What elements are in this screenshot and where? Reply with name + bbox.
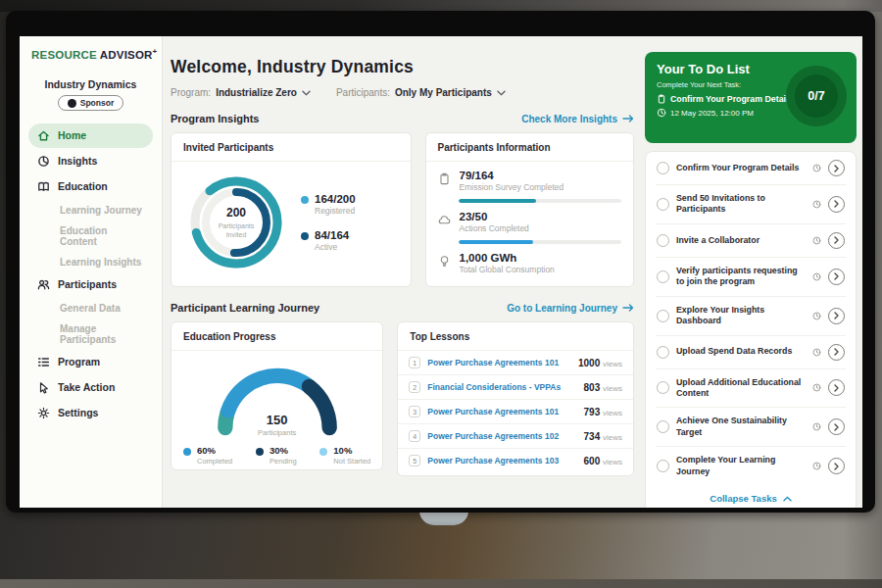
- task-checkbox[interactable]: [657, 381, 669, 394]
- sidebar-item-participants[interactable]: Participants: [28, 272, 153, 297]
- legend-completed: 60% Completed: [183, 445, 232, 466]
- chevron-right-button[interactable]: [828, 269, 845, 285]
- legend-label: Pending: [270, 457, 297, 466]
- clock-info-icon: [812, 312, 821, 320]
- sidebar-item-program[interactable]: Program: [28, 350, 153, 374]
- list-icon: [37, 356, 50, 368]
- task-checkbox[interactable]: [657, 310, 669, 322]
- lesson-link[interactable]: Power Purchase Agreements 101: [427, 358, 571, 368]
- collapse-tasks-link[interactable]: Collapse Tasks: [656, 485, 846, 508]
- chevron-right-icon: [834, 200, 839, 208]
- program-value: Industrialize Zero: [216, 87, 297, 98]
- lesson-views-label: views: [603, 458, 622, 466]
- sidebar-item-home[interactable]: Home: [28, 123, 153, 148]
- invited-participants-card: Invited Participants 200 Participants In…: [171, 132, 412, 287]
- dashboard-screen: RESOURCE ADVISOR+ Industry Dynamics Spon…: [20, 36, 862, 508]
- chevron-right-button[interactable]: [828, 344, 845, 361]
- legend-value: 84/164: [315, 229, 349, 241]
- clock-info-icon: [812, 383, 821, 392]
- legend-label: Registered: [315, 206, 356, 216]
- todo-due-date: 12 May 2025, 12:00 PM: [670, 109, 754, 118]
- page-title: Welcome, Industry Dynamics: [171, 57, 634, 77]
- chevron-down-icon: [302, 90, 311, 96]
- lesson-views-count: 793: [584, 407, 601, 417]
- todo-hero-card: Your To Do List Complete Your Next Task:…: [645, 52, 857, 143]
- chevron-right-button[interactable]: [828, 379, 845, 396]
- sidebar-item-manage-participants[interactable]: Manage Participants: [28, 318, 153, 350]
- legend-value: 10%: [333, 445, 370, 456]
- task-row: Upload Spend Data Records: [656, 336, 846, 369]
- participants-dropdown[interactable]: Participants: Only My Participants: [336, 87, 506, 98]
- organization-name: Industry Dynamics: [20, 70, 162, 94]
- task-label: Verify participants requesting to join t…: [676, 266, 806, 288]
- lesson-row[interactable]: 1 Power Purchase Agreements 101 1000 vie…: [398, 351, 633, 375]
- chevron-right-button[interactable]: [828, 232, 845, 249]
- chevron-down-icon: [497, 90, 506, 96]
- lesson-row[interactable]: 4 Power Purchase Agreements 102 734 view…: [398, 424, 633, 449]
- survey-icon: [438, 172, 451, 185]
- program-dropdown[interactable]: Program: Industrialize Zero: [171, 87, 311, 98]
- monitor-bezel: RESOURCE ADVISOR+ Industry Dynamics Spon…: [6, 11, 875, 513]
- sidebar-item-take-action[interactable]: Take Action: [28, 375, 153, 400]
- lesson-rank: 4: [409, 430, 420, 442]
- go-to-learning-journey-link[interactable]: Go to Learning Journey: [507, 303, 634, 314]
- task-label: Invite a Collaborator: [676, 235, 806, 246]
- todo-progress-value: 0/7: [808, 89, 824, 103]
- clock-info-icon: [812, 164, 821, 172]
- task-checkbox[interactable]: [657, 162, 669, 174]
- task-checkbox[interactable]: [657, 234, 669, 247]
- lesson-rank: 5: [409, 455, 420, 466]
- chevron-right-button[interactable]: [828, 458, 845, 474]
- chevron-right-button[interactable]: [828, 308, 845, 324]
- top-lessons-card: Top Lessons 1 Power Purchase Agreements …: [397, 321, 634, 476]
- task-row: Confirm Your Program Details: [656, 152, 846, 185]
- lesson-views-count: 1000: [578, 358, 600, 368]
- sidebar-item-settings[interactable]: Settings: [28, 401, 153, 425]
- chevron-right-icon: [834, 384, 839, 392]
- sidebar-item-general-data[interactable]: General Data: [28, 298, 153, 318]
- card-title: Education Progress: [172, 322, 382, 351]
- actions-label: Actions Completed: [460, 223, 529, 233]
- sidebar-item-learning-insights[interactable]: Learning Insights: [28, 252, 153, 272]
- lesson-views-label: views: [603, 409, 622, 417]
- task-checkbox[interactable]: [657, 198, 669, 211]
- task-row: Send 50 Invitations to Participants: [656, 185, 846, 224]
- lesson-link[interactable]: Power Purchase Agreements 102: [427, 431, 576, 441]
- actions-icon: [438, 214, 451, 226]
- task-checkbox[interactable]: [657, 420, 669, 433]
- sidebar-item-education[interactable]: Education: [28, 174, 153, 199]
- chevron-right-icon: [834, 312, 839, 319]
- invited-total-label: Participants Invited: [219, 221, 255, 239]
- filter-bar: Program: Industrialize Zero Participants…: [171, 87, 634, 98]
- arrow-right-icon: [622, 115, 634, 122]
- gauge-value: 150: [204, 413, 351, 427]
- home-icon: [37, 129, 50, 142]
- task-checkbox[interactable]: [657, 346, 669, 359]
- task-checkbox[interactable]: [657, 270, 669, 283]
- lightbulb-icon: [438, 255, 451, 268]
- sidebar-item-education-content[interactable]: Education Content: [28, 220, 153, 252]
- lesson-row[interactable]: 3 Power Purchase Agreements 101 793 view…: [398, 400, 633, 424]
- lesson-link[interactable]: Financial Considerations - VPPAs: [427, 382, 576, 392]
- chevron-right-icon: [834, 236, 839, 244]
- sidebar-item-insights[interactable]: Insights: [28, 149, 153, 173]
- task-row: Verify participants requesting to join t…: [656, 258, 846, 297]
- sidebar-item-learning-journey[interactable]: Learning Journey: [28, 200, 153, 220]
- check-more-insights-link[interactable]: Check More Insights: [521, 114, 634, 124]
- clock-info-icon: [812, 200, 821, 209]
- lesson-link[interactable]: Power Purchase Agreements 101: [427, 407, 576, 416]
- chevron-right-button[interactable]: [828, 418, 845, 435]
- sponsor-badge-label: Sponsor: [80, 98, 114, 108]
- lesson-rank: 3: [409, 406, 420, 417]
- chevron-right-button[interactable]: [828, 160, 845, 176]
- lesson-link[interactable]: Power Purchase Agreements 103: [427, 456, 576, 466]
- lesson-row[interactable]: 5 Power Purchase Agreements 103 600 view…: [398, 449, 633, 472]
- legend-label: Active: [315, 242, 349, 252]
- chevron-right-button[interactable]: [828, 196, 845, 213]
- logo-advisor: ADVISOR: [100, 49, 153, 61]
- lesson-row[interactable]: 2 Financial Considerations - VPPAs 803 v…: [398, 375, 633, 400]
- task-checkbox[interactable]: [657, 460, 669, 472]
- book-icon: [37, 180, 50, 193]
- task-row: Achieve One Sustainability Target: [656, 408, 846, 447]
- task-row: Complete Your Learning Journey: [656, 447, 846, 485]
